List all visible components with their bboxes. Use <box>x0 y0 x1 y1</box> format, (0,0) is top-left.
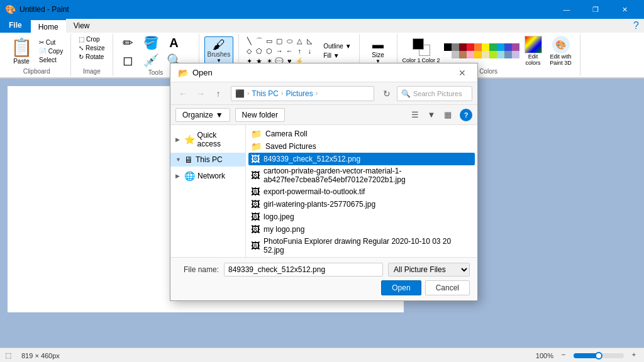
dialog-close-button[interactable]: ✕ <box>455 65 470 80</box>
pencil-button[interactable]: ✏ <box>118 35 138 50</box>
cancel-button[interactable]: Cancel <box>425 280 470 295</box>
view-buttons: ☰ ▼ ▦ ? <box>408 108 472 122</box>
color1-swatch[interactable] <box>413 38 424 50</box>
copy-button[interactable]: 📄 Copy <box>36 47 65 55</box>
diamond-shape[interactable]: ◇ <box>244 46 254 56</box>
help-button[interactable]: ? <box>460 109 472 121</box>
filename-input[interactable] <box>224 263 383 277</box>
restore-button[interactable]: ❐ <box>581 0 610 19</box>
outline-button[interactable]: Outline ▼ <box>321 42 353 50</box>
zoom-thumb[interactable] <box>595 352 602 359</box>
color-cell[interactable] <box>504 51 512 58</box>
color-cell[interactable] <box>459 43 467 51</box>
forward-button[interactable]: → <box>193 86 208 101</box>
breadcrumb-folder[interactable]: Pictures <box>286 89 313 98</box>
open-button[interactable]: Open <box>381 280 421 295</box>
up-button[interactable]: ↑ <box>211 86 226 101</box>
arrow-right-shape[interactable]: → <box>274 46 284 56</box>
title-bar-controls: — ❐ ✕ <box>552 0 639 19</box>
pentagon-shape[interactable]: ⬠ <box>254 46 264 56</box>
eraser-button[interactable]: ◻ <box>118 53 138 68</box>
file-item[interactable]: 🖼export-powermail-to-outlook.tif <box>248 185 475 198</box>
color-cell[interactable] <box>482 43 489 51</box>
fill-dropdown-button[interactable]: Fill ▼ <box>321 52 353 60</box>
color-cell[interactable] <box>482 51 489 58</box>
resize-button[interactable]: ⤡ Resize <box>76 44 107 52</box>
file-name: my logo.png <box>264 225 304 234</box>
color-cell[interactable] <box>497 51 504 58</box>
brushes-button[interactable]: 🖌 Brushes ▼ <box>204 36 234 65</box>
tab-file[interactable]: File <box>0 19 31 33</box>
line-shape[interactable]: ╲ <box>244 36 254 46</box>
filetype-select[interactable]: All Picture Files <box>388 263 470 277</box>
curve-shape[interactable]: ⌒ <box>254 36 264 46</box>
select-button[interactable]: Select <box>36 56 65 64</box>
help-icon[interactable]: ? <box>633 20 639 31</box>
rotate-button[interactable]: ↻ Rotate <box>76 53 106 61</box>
color-cell[interactable] <box>512 43 519 51</box>
arrow-left-shape[interactable]: ← <box>284 46 294 56</box>
edit-colors-button[interactable]: Edit colors <box>522 36 545 66</box>
color-cell[interactable] <box>452 43 459 51</box>
file-item[interactable]: 🖼logo.jpeg <box>248 211 475 223</box>
size-button[interactable]: ▬ Size ▼ <box>365 38 391 64</box>
color-cell[interactable] <box>444 51 452 58</box>
breadcrumb-this-pc[interactable]: This PC <box>252 89 279 98</box>
right-tri-shape[interactable]: ◺ <box>304 36 314 46</box>
color-cell[interactable] <box>489 51 497 58</box>
color-cell[interactable] <box>474 51 482 58</box>
hex-shape[interactable]: ⬡ <box>264 46 274 56</box>
file-item[interactable]: 🖼cartoon-private-garden-vector-material-… <box>248 165 475 185</box>
dialog-body: ▶ ⭐ Quick access ▼ 🖥 This PC ▶ 🌐 <box>170 125 477 257</box>
cut-button[interactable]: ✂ Cut <box>36 38 65 47</box>
zoom-slider[interactable] <box>574 353 624 358</box>
tab-home[interactable]: Home <box>31 19 66 33</box>
file-item[interactable]: 🖼roses.jpg <box>248 256 475 257</box>
color-cell[interactable] <box>467 43 474 51</box>
close-button[interactable]: ✕ <box>610 0 639 19</box>
view-list-button[interactable]: ☰ <box>408 108 422 122</box>
zoom-in-button[interactable]: + <box>629 351 639 361</box>
crop-button[interactable]: ⬚ Crop <box>76 35 102 43</box>
arrow-down-shape[interactable]: ↓ <box>304 46 314 56</box>
refresh-button[interactable]: ↻ <box>379 86 394 101</box>
triangle-shape[interactable]: △ <box>294 36 304 46</box>
view-dropdown-button[interactable]: ▼ <box>425 108 438 122</box>
color-cell[interactable] <box>467 51 474 58</box>
file-item[interactable]: 🖼PhotoFunia Explorer drawing Regular 202… <box>248 236 475 256</box>
tab-view[interactable]: View <box>66 19 97 33</box>
color-picker-button[interactable]: 💉 <box>141 53 162 68</box>
fill-button[interactable]: 🪣 <box>141 35 162 50</box>
color-cell[interactable] <box>497 43 504 51</box>
file-item[interactable]: 🖼849339_check_512x512.png <box>248 153 475 165</box>
nav-item-thispc[interactable]: ▼ 🖥 This PC <box>170 153 245 167</box>
file-item[interactable]: 🖼my logo.png <box>248 223 475 236</box>
view-details-button[interactable]: ▦ <box>441 108 455 122</box>
color-cell[interactable] <box>474 43 482 51</box>
rect-shape[interactable]: ▭ <box>264 36 274 46</box>
cut-icon: ✂ <box>39 39 44 46</box>
file-item[interactable]: 🖼girl-watering-plants-25770675.jpg <box>248 198 475 211</box>
color-cell[interactable] <box>504 43 512 51</box>
zoom-out-button[interactable]: − <box>558 351 569 361</box>
minimize-button[interactable]: — <box>552 0 581 19</box>
ellipse-shape[interactable]: ⬭ <box>284 36 294 46</box>
text-button[interactable]: A <box>164 35 184 50</box>
color-cell[interactable] <box>512 51 519 58</box>
color-cell[interactable] <box>452 51 459 58</box>
color-cell[interactable] <box>444 43 452 51</box>
color-cell[interactable] <box>459 51 467 58</box>
file-item[interactable]: 📁Camera Roll <box>248 128 475 140</box>
organize-button[interactable]: Organize ▼ <box>175 108 230 122</box>
nav-item-network[interactable]: ▶ 🌐 Network <box>170 169 245 183</box>
arrow-up-shape[interactable]: ↑ <box>294 46 304 56</box>
new-folder-button[interactable]: New folder <box>235 108 285 122</box>
paste-button[interactable]: 📋 Paste <box>8 36 35 66</box>
round-rect-shape[interactable]: ▢ <box>274 36 284 46</box>
quickaccess-icon: ⭐ <box>184 134 195 145</box>
color-cell[interactable] <box>489 43 497 51</box>
back-button[interactable]: ← <box>175 86 191 101</box>
file-item[interactable]: 📁Saved Pictures <box>248 140 475 153</box>
nav-item-quickaccess[interactable]: ▶ ⭐ Quick access <box>170 129 245 150</box>
edit-paint3d-button[interactable]: 🎨 Edit with Paint 3D <box>547 36 575 66</box>
